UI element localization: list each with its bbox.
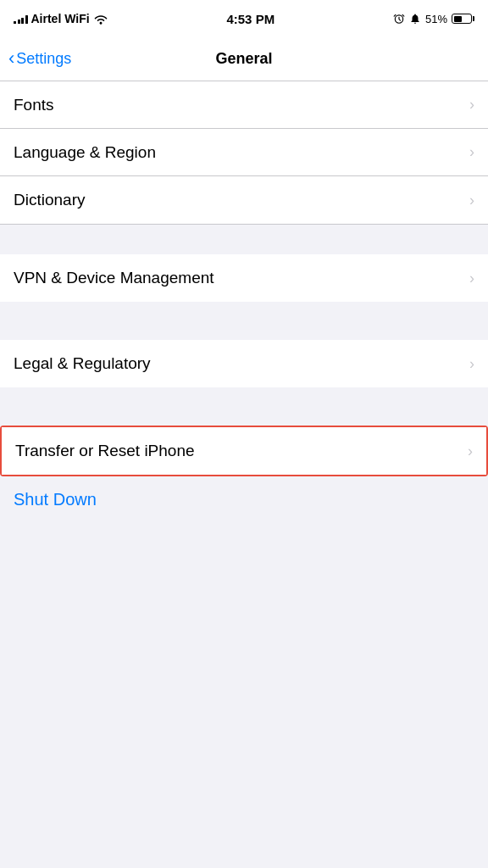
vpn-chevron-icon: › bbox=[469, 270, 474, 287]
status-time: 4:53 PM bbox=[226, 12, 274, 26]
section-gap-3 bbox=[0, 387, 488, 426]
status-left: Airtel WiFi bbox=[14, 12, 108, 25]
shut-down-section: Shut Down bbox=[0, 476, 488, 523]
dictionary-chevron-icon: › bbox=[469, 192, 474, 209]
fonts-chevron-icon: › bbox=[469, 96, 474, 114]
bell-icon bbox=[409, 13, 421, 25]
menu-item-fonts[interactable]: Fonts › bbox=[0, 81, 488, 129]
shut-down-button[interactable]: Shut Down bbox=[14, 490, 97, 509]
battery-icon bbox=[452, 14, 474, 24]
section-gap-2 bbox=[0, 302, 488, 340]
content: Fonts › Language & Region › Dictionary ›… bbox=[0, 81, 488, 523]
page-title: General bbox=[215, 50, 272, 68]
battery-percent: 51% bbox=[425, 13, 447, 25]
fonts-label: Fonts bbox=[14, 96, 54, 114]
legal-label: Legal & Regulatory bbox=[14, 354, 151, 373]
section-group-4-wrapper: Transfer or Reset iPhone › bbox=[0, 426, 488, 476]
dictionary-label: Dictionary bbox=[14, 191, 85, 209]
vpn-label: VPN & Device Management bbox=[14, 269, 214, 287]
carrier-label: Airtel WiFi bbox=[31, 12, 90, 25]
menu-item-legal[interactable]: Legal & Regulatory › bbox=[0, 340, 488, 387]
section-group-3: Legal & Regulatory › bbox=[0, 340, 488, 387]
back-button[interactable]: ‹ Settings bbox=[8, 50, 71, 68]
transfer-reset-label: Transfer or Reset iPhone bbox=[15, 442, 195, 460]
signal-icon bbox=[14, 14, 28, 24]
section-group-1: Fonts › Language & Region › Dictionary › bbox=[0, 81, 488, 225]
back-label: Settings bbox=[16, 50, 71, 68]
wifi-icon bbox=[93, 13, 108, 25]
menu-item-dictionary[interactable]: Dictionary › bbox=[0, 176, 488, 224]
legal-chevron-icon: › bbox=[469, 355, 474, 373]
back-chevron-icon: ‹ bbox=[8, 49, 14, 68]
language-region-label: Language & Region bbox=[14, 143, 156, 162]
language-region-chevron-icon: › bbox=[469, 143, 474, 161]
section-gap-1 bbox=[0, 225, 488, 254]
alarm-icon bbox=[393, 13, 405, 25]
transfer-reset-chevron-icon: › bbox=[468, 442, 473, 460]
menu-item-transfer-reset[interactable]: Transfer or Reset iPhone › bbox=[2, 427, 486, 475]
transfer-reset-highlighted-wrapper: Transfer or Reset iPhone › bbox=[0, 426, 488, 476]
nav-bar: ‹ Settings General bbox=[0, 37, 488, 81]
menu-item-vpn[interactable]: VPN & Device Management › bbox=[0, 254, 488, 302]
section-group-2: VPN & Device Management › bbox=[0, 254, 488, 302]
status-right: 51% bbox=[393, 13, 474, 25]
status-bar: Airtel WiFi 4:53 PM 51% bbox=[0, 0, 488, 37]
menu-item-language-region[interactable]: Language & Region › bbox=[0, 129, 488, 176]
